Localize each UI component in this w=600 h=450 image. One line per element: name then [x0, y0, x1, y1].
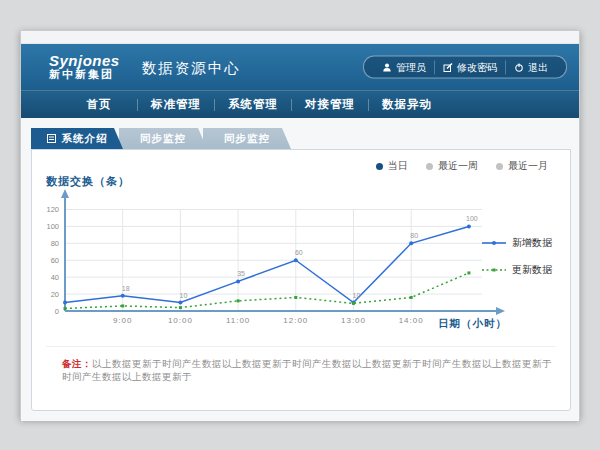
- radio-dot-icon: [496, 163, 503, 170]
- logout-label: 退出: [528, 60, 548, 74]
- edit-icon: [443, 62, 453, 72]
- svg-text:14:00: 14:00: [399, 316, 424, 325]
- admin-user-button[interactable]: 管理员: [374, 60, 434, 74]
- app-window: Synjones 新中新集团 数据资源中心 管理员 修改密码: [20, 30, 580, 419]
- legend-label: 新增数据: [512, 236, 552, 250]
- radio-today[interactable]: 当日: [376, 159, 408, 173]
- svg-text:80: 80: [51, 239, 59, 248]
- svg-text:60: 60: [295, 249, 303, 256]
- main-nav: 首页 标准管理 系统管理 对接管理 数据异动: [21, 90, 579, 118]
- svg-text:10:00: 10:00: [168, 316, 193, 325]
- svg-text:11:00: 11:00: [226, 316, 250, 325]
- user-icon: [382, 62, 392, 72]
- radio-label: 最近一周: [438, 159, 478, 173]
- tab-bar: 系统介绍 同步监控 同步监控: [21, 118, 579, 149]
- legend-item-new-data[interactable]: 新增数据: [482, 236, 552, 250]
- series-legend: 新增数据 更新数据: [482, 236, 552, 277]
- svg-text:20: 20: [51, 290, 59, 299]
- tab-sync-monitor-1[interactable]: 同步监控: [119, 128, 207, 149]
- app-header: Synjones 新中新集团 数据资源中心 管理员 修改密码: [21, 44, 579, 90]
- svg-text:18: 18: [122, 285, 130, 292]
- brand-logo-text: Synjones: [49, 53, 120, 69]
- legend-label: 更新数据: [512, 263, 552, 277]
- legend-item-updated-data[interactable]: 更新数据: [482, 263, 552, 277]
- radio-last-month[interactable]: 最近一月: [496, 159, 548, 173]
- content-area: 系统介绍 同步监控 同步监控 当日 最近一周: [21, 118, 579, 421]
- tab-system-intro[interactable]: 系统介绍: [31, 128, 123, 149]
- svg-text:10: 10: [353, 292, 361, 299]
- tab-label: 系统介绍: [62, 128, 108, 149]
- time-range-selector: 当日 最近一周 最近一月: [376, 159, 548, 173]
- nav-item-data-change[interactable]: 数据异动: [369, 97, 445, 112]
- nav-item-interface-management[interactable]: 对接管理: [292, 97, 368, 112]
- svg-text:12:00: 12:00: [283, 316, 308, 325]
- nav-item-standard-management[interactable]: 标准管理: [138, 97, 214, 112]
- svg-text:100: 100: [466, 215, 478, 222]
- document-grid-icon: [47, 134, 57, 144]
- svg-text:0: 0: [55, 307, 59, 316]
- footnote-prefix: 备注：: [62, 358, 92, 369]
- brand-logo: Synjones 新中新集团: [49, 53, 120, 80]
- svg-text:40: 40: [51, 273, 59, 282]
- tab-sync-monitor-2[interactable]: 同步监控: [203, 128, 291, 149]
- line-chart: 0204060801001209:0010:0011:0012:0013:001…: [42, 186, 542, 336]
- logout-button[interactable]: 退出: [505, 60, 556, 74]
- x-axis-title: 日期（小时）: [438, 317, 507, 331]
- window-top-strip: [21, 31, 579, 44]
- radio-last-week[interactable]: 最近一周: [426, 159, 478, 173]
- svg-text:120: 120: [46, 205, 59, 214]
- radio-dot-icon: [376, 163, 383, 170]
- svg-text:100: 100: [46, 222, 59, 231]
- svg-text:80: 80: [410, 232, 418, 239]
- nav-item-home[interactable]: 首页: [61, 97, 137, 112]
- tab-label: 同步监控: [140, 128, 186, 149]
- svg-text:10: 10: [180, 292, 188, 299]
- divider-line: [46, 346, 556, 347]
- page-title: 数据资源中心: [142, 59, 241, 78]
- svg-text:60: 60: [51, 256, 59, 265]
- radio-dot-icon: [426, 163, 433, 170]
- svg-text:35: 35: [237, 270, 245, 277]
- brand-logo-chinese: 新中新集团: [49, 69, 120, 81]
- chart-panel: 当日 最近一周 最近一月 数据交换（条） 0204060801001209:00…: [31, 149, 571, 411]
- svg-text:9:00: 9:00: [113, 316, 133, 325]
- svg-text:13:00: 13:00: [341, 316, 366, 325]
- blue-line-sample-icon: [482, 239, 506, 247]
- power-icon: [514, 62, 524, 72]
- footnote: 备注：以上数据更新于时间产生数据以上数据更新于时间产生数据以上数据更新于时间产生…: [62, 358, 556, 384]
- desktop-background: Synjones 新中新集团 数据资源中心 管理员 修改密码: [0, 0, 600, 450]
- green-dotted-line-sample-icon: [482, 266, 506, 274]
- footnote-text: 以上数据更新于时间产生数据以上数据更新于时间产生数据以上数据更新于时间产生数据以…: [62, 358, 552, 382]
- tab-label: 同步监控: [224, 128, 270, 149]
- radio-label: 当日: [388, 159, 408, 173]
- user-toolbar: 管理员 修改密码 退出: [363, 56, 567, 79]
- change-password-button[interactable]: 修改密码: [434, 60, 505, 74]
- change-password-label: 修改密码: [457, 60, 497, 74]
- radio-label: 最近一月: [508, 159, 548, 173]
- admin-user-label: 管理员: [396, 60, 426, 74]
- nav-item-system-management[interactable]: 系统管理: [215, 97, 291, 112]
